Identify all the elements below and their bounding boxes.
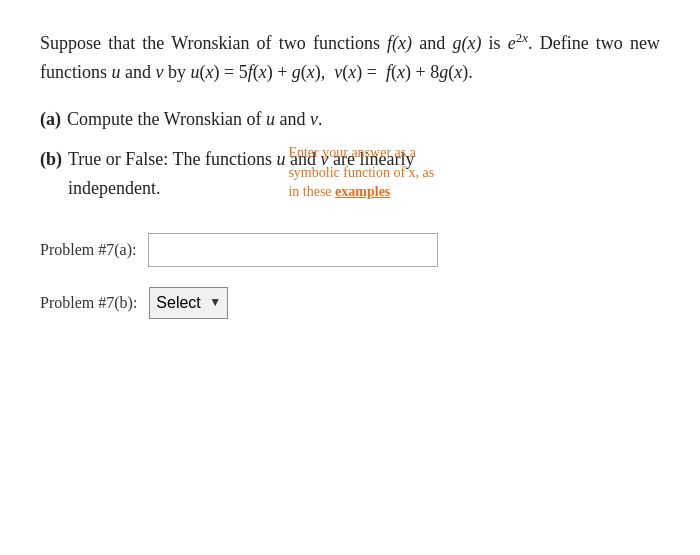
part-a-content: Compute the Wronskian of u and v.: [67, 105, 322, 134]
answer-section-a: Problem #7(a): Enter your answer as a sy…: [40, 233, 660, 267]
problem-text: Suppose that the Wronskian of two functi…: [40, 28, 660, 87]
intro-paragraph: Suppose that the Wronskian of two functi…: [40, 28, 660, 87]
input-and-hint-a: Enter your answer as a symbolic function…: [148, 233, 438, 267]
examples-link[interactable]: examples: [335, 184, 390, 199]
g-x: g(x): [452, 33, 481, 53]
hint-box: Enter your answer as a symbolic function…: [288, 143, 438, 202]
answer-section-b: Problem #7(b): Select True False ▼: [40, 287, 660, 319]
part-a: (a) Compute the Wronskian of u and v.: [40, 105, 660, 134]
problem-b-label: Problem #7(b):: [40, 294, 137, 312]
select-dropdown-wrapper[interactable]: Select True False ▼: [149, 287, 228, 319]
answer-a-input[interactable]: [148, 233, 438, 267]
part-b-label: (b): [40, 145, 62, 174]
part-a-label: (a): [40, 105, 61, 134]
dropdown-arrow-icon: ▼: [209, 295, 221, 310]
answer-b-select[interactable]: Select True False: [156, 294, 205, 311]
f-x: f(x): [387, 33, 412, 53]
problem-a-label: Problem #7(a):: [40, 241, 136, 259]
page-container: Suppose that the Wronskian of two functi…: [0, 0, 700, 555]
